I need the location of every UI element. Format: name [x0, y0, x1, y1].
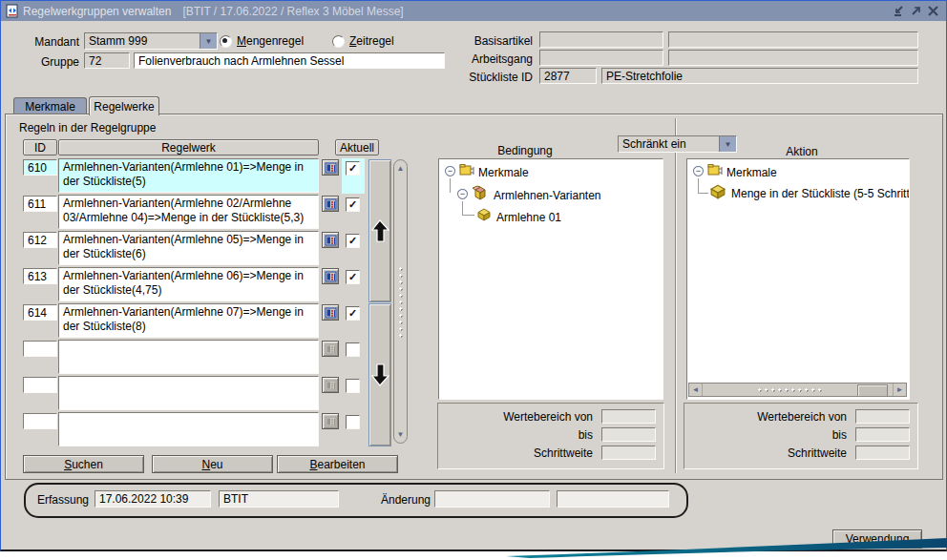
- aktuell-checkbox[interactable]: [346, 197, 360, 212]
- rule-id-field[interactable]: 613: [23, 268, 57, 284]
- scroll-right-icon[interactable]: ►: [893, 384, 906, 396]
- tree-node-menge-stueckliste[interactable]: Menge in der Stückliste (5-5 Schrittwe: [731, 187, 910, 200]
- bedingung-tree[interactable]: − Merkmale − Armlehnen-Varianten Armlehn…: [438, 158, 663, 400]
- rules-vertical-scrollbar[interactable]: ▲ ▼: [393, 159, 408, 444]
- rule-text-field[interactable]: Armlehnen-Varianten(Armlehne 06)=>Menge …: [58, 267, 319, 301]
- arrow-up-icon: [369, 218, 390, 243]
- table-row: 611 Armlehnen-Varianten(Armlehne 02/Arml…: [23, 195, 365, 231]
- rule-id-field[interactable]: 611: [23, 196, 57, 212]
- stueckliste-name-field[interactable]: PE-Stretchfolie: [601, 68, 918, 84]
- radio-mengenregel[interactable]: Mengenregel: [220, 34, 304, 48]
- bis-field[interactable]: [601, 427, 656, 442]
- restore-down-icon[interactable]: [892, 5, 906, 18]
- rule-detail-icon[interactable]: [322, 268, 339, 284]
- erfassung-user-field[interactable]: BTIT: [219, 490, 339, 508]
- rule-id-field[interactable]: 612: [23, 232, 57, 248]
- rule-detail-icon[interactable]: [322, 304, 339, 321]
- aktuell-checkbox[interactable]: [346, 415, 360, 429]
- arbeitsgang-name-field[interactable]: [668, 50, 918, 66]
- rule-id-field[interactable]: [23, 413, 57, 429]
- operator-select[interactable]: Schränkt ein ▼: [618, 135, 737, 153]
- basisartikel-id-field[interactable]: [539, 31, 663, 48]
- schrittweite-field[interactable]: [855, 446, 910, 460]
- panel-divider: [675, 118, 676, 473]
- rule-text-field[interactable]: [58, 340, 319, 374]
- app-window: Regelwerkgruppen verwalten [BTIT / 17.06…: [0, 0, 947, 560]
- rule-detail-icon[interactable]: [322, 413, 339, 429]
- tab-regelwerke[interactable]: Regelwerke: [89, 96, 159, 115]
- rule-text-field[interactable]: Armlehnen-Varianten(Armlehne 07)=>Menge …: [58, 303, 319, 338]
- aktuell-checkbox[interactable]: [346, 270, 360, 284]
- aktuell-checkbox[interactable]: [346, 342, 360, 357]
- aenderung-user-field[interactable]: [557, 490, 669, 508]
- collapse-handle-icon[interactable]: −: [457, 189, 468, 199]
- rule-detail-icon[interactable]: [322, 377, 339, 393]
- column-header-aktuell[interactable]: Aktuell: [335, 139, 379, 156]
- table-row: 614 Armlehnen-Varianten(Armlehne 07)=>Me…: [23, 303, 365, 340]
- detach-window-icon[interactable]: [909, 5, 923, 18]
- neu-button[interactable]: Neu: [152, 455, 273, 473]
- rule-detail-icon[interactable]: [322, 341, 339, 357]
- rule-id-field[interactable]: [23, 377, 57, 393]
- rule-id-field[interactable]: [23, 341, 57, 357]
- chevron-down-icon[interactable]: ▼: [719, 136, 736, 152]
- bis-field[interactable]: [855, 427, 910, 442]
- rule-id-field[interactable]: 610: [23, 159, 57, 176]
- rule-text-field[interactable]: [58, 412, 319, 446]
- tree-node-merkmale[interactable]: Merkmale: [478, 166, 529, 179]
- erfassung-label: Erfassung: [37, 493, 89, 507]
- aktuell-checkbox[interactable]: [346, 161, 360, 176]
- rule-text-field[interactable]: Armlehnen-Varianten(Armlehne 02/Armlehne…: [58, 195, 319, 229]
- suchen-button[interactable]: Suchen: [23, 455, 144, 473]
- erfassung-datetime-field[interactable]: 17.06.2022 10:39: [95, 490, 211, 508]
- aktuell-checkbox[interactable]: [346, 306, 360, 321]
- aktion-horizontal-scrollbar[interactable]: ◄ ►: [688, 383, 907, 397]
- bearbeiten-button[interactable]: Bearbeiten: [277, 455, 398, 473]
- rule-text-field[interactable]: Armlehnen-Varianten(Armlehne 01)=>Menge …: [58, 158, 319, 193]
- tree-node-armlehnen-varianten[interactable]: Armlehnen-Varianten: [494, 189, 601, 202]
- aenderung-datetime-field[interactable]: [434, 490, 550, 508]
- scroll-up-icon[interactable]: ▲: [394, 164, 407, 173]
- close-icon[interactable]: [926, 5, 940, 18]
- von-field[interactable]: [601, 409, 656, 424]
- gruppe-name-field[interactable]: Folienverbrauch nach Armlehnen Sessel: [134, 52, 445, 69]
- rule-detail-icon[interactable]: [322, 159, 339, 176]
- scroll-down-icon[interactable]: ▼: [394, 430, 407, 439]
- aktion-range-group: Wertebereich von bis Schrittweite: [684, 403, 918, 469]
- tab-merkmale[interactable]: Merkmale: [13, 97, 87, 114]
- tree-node-merkmale[interactable]: Merkmale: [726, 166, 777, 179]
- arbeitsgang-id-field[interactable]: [539, 50, 663, 66]
- collapse-handle-icon[interactable]: −: [693, 166, 704, 176]
- aktuell-cell: [342, 158, 365, 194]
- aktion-tree[interactable]: − Merkmale Menge in der Stückliste (5-5 …: [686, 158, 910, 400]
- mandant-select[interactable]: Stamm 999 ▼: [84, 32, 218, 50]
- window-title-context: [BTIT / 17.06.2022 / Reflex 3 Möbel Mess…: [182, 5, 403, 18]
- rule-text-field[interactable]: [58, 376, 319, 410]
- scrollbar-thumb[interactable]: [857, 384, 888, 397]
- verwendung-button[interactable]: Verwendung: [832, 529, 922, 549]
- basisartikel-name-field[interactable]: [668, 31, 918, 48]
- von-field[interactable]: [855, 409, 910, 424]
- schrittweite-field[interactable]: [601, 446, 656, 460]
- radio-zeitregel[interactable]: Zeitregel: [332, 34, 394, 48]
- title-bar[interactable]: Regelwerkgruppen verwalten [BTIT / 17.06…: [1, 1, 946, 21]
- aktuell-checkbox[interactable]: [346, 379, 360, 393]
- bis-label: bis: [832, 428, 847, 442]
- column-header-regelwerk[interactable]: Regelwerk: [58, 139, 319, 156]
- rule-text-field[interactable]: Armlehnen-Varianten(Armlehne 05)=>Menge …: [58, 231, 319, 265]
- move-rule-up-button[interactable]: [368, 159, 391, 302]
- tree-node-armlehne-01[interactable]: Armlehne 01: [496, 211, 561, 224]
- rule-id-field[interactable]: 614: [23, 304, 57, 321]
- rule-detail-icon[interactable]: [322, 196, 339, 212]
- stueckliste-id-field[interactable]: 2877: [539, 68, 597, 84]
- move-rule-down-button[interactable]: [368, 303, 391, 446]
- collapse-handle-icon[interactable]: −: [445, 166, 455, 176]
- scrollbar-thumb[interactable]: [397, 265, 404, 340]
- column-header-id[interactable]: ID: [23, 139, 57, 156]
- scrollbar-track[interactable]: [756, 386, 823, 394]
- gruppe-id-field[interactable]: 72: [84, 52, 130, 69]
- rule-detail-icon[interactable]: [322, 232, 339, 248]
- scroll-left-icon[interactable]: ◄: [689, 384, 703, 396]
- aktuell-checkbox[interactable]: [346, 234, 360, 248]
- chevron-down-icon[interactable]: ▼: [200, 33, 217, 49]
